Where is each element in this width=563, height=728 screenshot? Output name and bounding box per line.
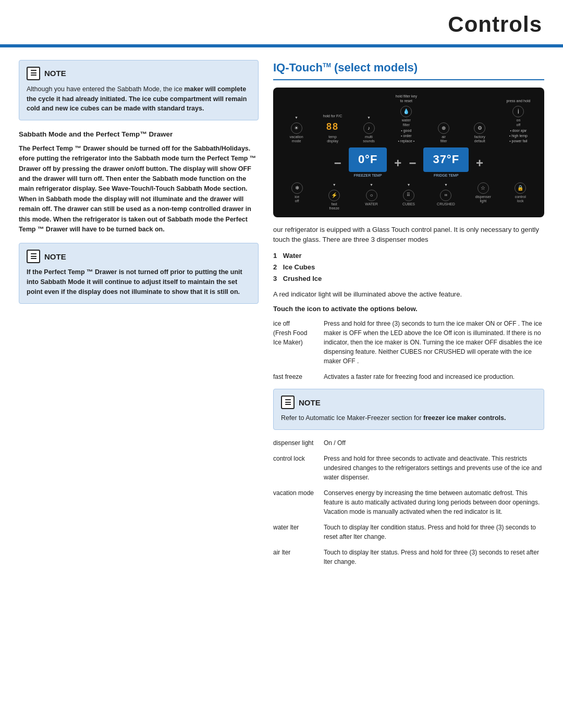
dispenser-light-feature-desc: On / Off: [324, 438, 544, 448]
iq-touch-title: IQ-TouchTM (select models): [273, 60, 544, 80]
freezer-plus-btn[interactable]: +: [394, 154, 401, 172]
mode-label-2: Ice Cubes: [283, 263, 315, 271]
cubes-arrow: ▼: [407, 182, 411, 188]
note-box-2: ☰ NOTE If the Perfect Temp ™ Drawer is n…: [19, 243, 259, 303]
feature-table-top: ice off(Fresh FoodIce Maker) Press and h…: [273, 319, 544, 381]
touch-icon-title: Touch the icon to activate the options b…: [273, 304, 544, 314]
panel-display-row: − 0°F FREEZER TEMP + −: [278, 147, 539, 178]
vacation-mode-feature-name: vacation mode: [273, 488, 317, 516]
freezer-temp: 0°F: [358, 152, 377, 168]
crushed-arrow: ▼: [444, 182, 448, 188]
active-text-content: A red indicator light will be illuminate…: [273, 290, 462, 298]
panel-ice-off: ❄ iceoff: [288, 182, 307, 204]
freezer-label: FREEZER TEMP: [354, 173, 382, 178]
left-column: ☰ NOTE Although you have entered the Sab…: [19, 60, 259, 574]
header: Controls: [0, 0, 563, 46]
dispenser-light-label: dispenserlight: [475, 195, 491, 204]
sabbath-title: Sabbath Mode and the Perfect Temp™ Drawe…: [19, 130, 259, 140]
air-filter-icon: ⊕: [438, 122, 449, 134]
crushed-icon: ⠶: [440, 190, 451, 201]
air-filter-label: airfilter: [440, 135, 447, 144]
factory-default-icon: ⚙: [474, 122, 485, 134]
control-lock-label: controllock: [515, 195, 526, 204]
right-intro-text: our refrigerator is euipped with a Glass…: [273, 225, 544, 245]
freezer-display-wrapper: 0°F FREEZER TEMP: [349, 147, 387, 178]
panel-temp-display-item: hold for F/C 88 tempdisplay: [323, 114, 342, 144]
vacation-mode-feature-desc: Conserves energy by increasing the time …: [324, 488, 544, 516]
water-label: WATER: [365, 202, 378, 206]
ice-off-label: iceoff: [295, 195, 299, 204]
fast-freeze-icon: ⚡: [328, 190, 340, 201]
feature-row-ice-off: ice off(Fresh FoodIce Maker) Press and h…: [273, 319, 544, 366]
factory-default-label: factorydefault: [474, 135, 485, 144]
ice-off-desc: Press and hold for three (3) seconds to …: [324, 319, 544, 366]
page: Controls ☰ NOTE Although you have entere…: [0, 0, 563, 728]
sounds-icon: ♪: [363, 122, 375, 134]
mode-num-3: 3: [273, 275, 277, 282]
water-filter-icon: 💧: [400, 106, 412, 117]
mode-num-2: 2: [273, 263, 277, 271]
panel-cubes: ▼ ⠿ CUBES: [399, 182, 418, 206]
feature-row-water-filter: water lter Touch to display lter conditi…: [273, 523, 544, 541]
control-lock-feature-name: control lock: [273, 454, 317, 482]
fast-freeze-arrow: ▼: [333, 182, 336, 188]
panel-control-lock: 🔒 controllock: [511, 182, 530, 204]
note-label-3: NOTE: [299, 397, 321, 408]
panel-crushed: ▼ ⠶ CRUSHED: [436, 182, 455, 206]
fridge-temp: 37°F: [433, 152, 459, 168]
temp-display-label: tempdisplay: [327, 135, 338, 144]
note-text-3: Refer to Automatic Ice Maker-Freezer sec…: [281, 413, 536, 423]
iq-touch-subtitle: (select models): [331, 61, 418, 74]
freezer-display: 0°F: [349, 147, 387, 172]
note3-normal: Refer to Automatic Ice Maker-Freezer sec…: [281, 414, 423, 422]
freezer-minus-btn[interactable]: −: [334, 154, 341, 172]
main-content: ☰ NOTE Although you have entered the Sab…: [0, 47, 563, 586]
dispenser-mode-2: 2 Ice Cubes: [273, 263, 544, 272]
feature-table-bottom: dispenser light On / Off control lock Pr…: [273, 438, 544, 566]
sabbath-body: The Perfect Temp ™ Drawer should be turn…: [19, 144, 259, 235]
hold-filter-key-text: hold filter keyto reset: [396, 94, 417, 104]
cubes-icon: ⠿: [403, 190, 414, 201]
iq-touch-sup: TM: [323, 61, 331, 68]
sabbath-label: onoff: [517, 118, 521, 127]
air-filter-feature-name: air lter: [273, 548, 317, 566]
hold-fc-text: hold for F/C: [323, 114, 342, 119]
ice-off-name-text: ice off(Fresh FoodIce Maker): [273, 320, 307, 346]
panel-sabbath: press and hold i onoff • door ajar• high…: [506, 98, 530, 143]
right-column: IQ-TouchTM (select models) ▼ ☀ vacationm…: [273, 60, 544, 574]
fast-freeze-desc: Activates a faster rate for freezing foo…: [324, 372, 544, 381]
note-text-2-bold: If the Perfect Temp ™ Drawer is not turn…: [27, 268, 242, 295]
mode-num-1: 1: [273, 252, 277, 260]
note-text-1-normal: Although you have entered the Sabbath Mo…: [27, 85, 184, 93]
panel-88-display: 88: [326, 120, 339, 133]
fridge-display-wrapper: 37°F FRIDGE TEMP: [423, 147, 469, 178]
note-box-1: ☰ NOTE Although you have entered the Sab…: [19, 60, 259, 120]
panel-multi-sounds: ▼ ♪ multisounds: [360, 115, 378, 144]
panel-water-filter: hold filter keyto reset 💧 waterfilter • …: [396, 94, 417, 144]
hold-text-sounds: ▼: [367, 115, 371, 120]
control-lock-feature-desc: Press and hold for three seconds to acti…: [324, 454, 544, 482]
note-box-3: ☰ NOTE Refer to Automatic Ice Maker-Free…: [273, 389, 544, 430]
dispenser-modes-list: 1 Water 2 Ice Cubes 3 Crushed Ice: [273, 251, 544, 284]
note3-bold: freezer ice maker controls.: [423, 414, 506, 422]
mode-label-3: Crushed Ice: [283, 275, 322, 282]
panel-fast-freeze: ▼ ⚡ fastfreeze: [325, 182, 344, 211]
water-filter-feature-name: water lter: [273, 523, 317, 541]
vacation-icon: ☀: [291, 122, 302, 134]
vacation-hold-text: ▼: [295, 115, 298, 120]
note-text-2: If the Perfect Temp ™ Drawer is not turn…: [27, 267, 251, 297]
active-feature-text: A red indicator light will be illuminate…: [273, 290, 544, 299]
ice-off-icon: ❄: [291, 182, 303, 194]
note-label-2: NOTE: [44, 251, 66, 262]
panel-bottom-row: ❄ iceoff ▼ ⚡ fastfreeze ▼ ○ WATER ▼: [278, 182, 539, 211]
note-header-3: ☰ NOTE: [281, 396, 536, 409]
feature-row-air-filter: air lter Touch to display lter status. P…: [273, 548, 544, 566]
fridge-plus-btn[interactable]: +: [476, 154, 483, 172]
filter-status: • good• order• replace •: [398, 128, 414, 143]
fridge-minus-btn[interactable]: −: [409, 154, 416, 172]
dispenser-light-icon: ☆: [478, 182, 489, 194]
note-header-2: ☰ NOTE: [27, 250, 251, 263]
feature-row-control-lock: control lock Press and hold for three se…: [273, 454, 544, 482]
fridge-label: FRIDGE TEMP: [434, 173, 459, 178]
air-filter-feature-desc: Touch to display lter status. Press and …: [324, 548, 544, 566]
